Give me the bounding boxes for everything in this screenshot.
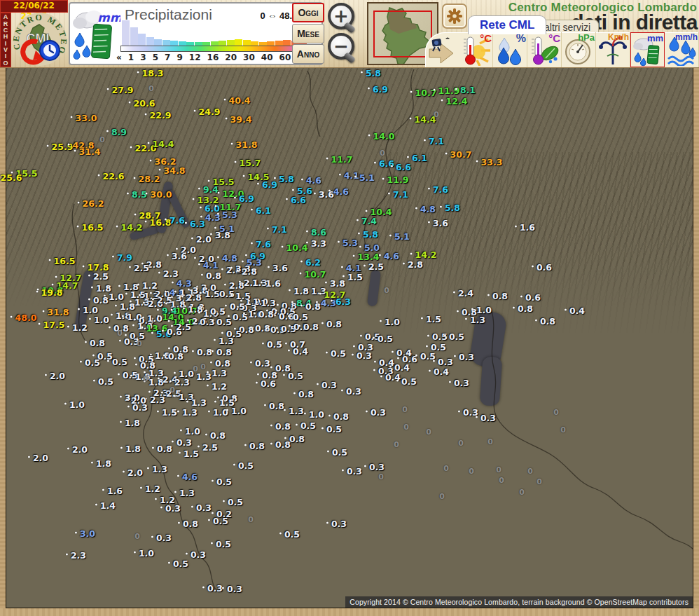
lake-iseo <box>367 269 381 306</box>
toolbar-precipitation[interactable]: mm <box>630 32 665 67</box>
histogram-bar <box>283 40 291 46</box>
header: 22/06/22 23:55 ARCHIVIO CENTRO METEO LOM… <box>0 0 699 68</box>
mountain-texture <box>6 68 693 306</box>
lake-lugano <box>129 225 159 240</box>
zoom-in-button[interactable]: + <box>328 3 353 28</box>
lake-garda-upper <box>469 310 508 369</box>
map-canvas[interactable]: Copyright 2014 © Centro Meteorologico Lo… <box>6 67 693 608</box>
region-borders <box>6 68 693 608</box>
scale-ticks: «1357912162030406080» <box>116 53 321 63</box>
frame-left <box>0 67 6 608</box>
scale-tick: 20 <box>225 53 237 63</box>
pressure-label: hPa <box>578 32 595 43</box>
histogram-bar <box>154 39 162 46</box>
frame-right <box>693 67 699 608</box>
button-oggi[interactable]: Oggi <box>292 3 324 22</box>
precipitation-label: mm <box>647 33 663 43</box>
histogram-bar <box>219 41 226 46</box>
button-anno[interactable]: Anno <box>292 44 324 64</box>
scale-tick: 12 <box>189 53 201 63</box>
svg-text:mm: mm <box>97 11 120 25</box>
color-scale <box>120 46 317 52</box>
histogram-bar <box>122 20 130 46</box>
lake-maggiore <box>74 269 95 331</box>
wind-label: Km/h <box>608 32 629 42</box>
histogram-bar <box>162 40 170 46</box>
frame-bottom <box>0 608 699 616</box>
toolbar-wind[interactable]: Km/h <box>596 32 630 67</box>
toolbar-webcam[interactable] <box>425 32 459 67</box>
scale-tick: 1 <box>128 53 134 63</box>
tab-rete-cml[interactable]: Rete CML <box>468 15 546 34</box>
rain-rate-label: mm/h <box>675 32 698 42</box>
toolbar-dew-point[interactable]: °C <box>527 32 562 67</box>
zoom-controls: + − <box>328 3 361 63</box>
histogram-bar <box>130 27 138 46</box>
scale-tick: « <box>116 53 122 63</box>
cml-logo[interactable]: CENTRO METEO LOMB CML <box>12 11 68 67</box>
map-copyright: Copyright 2014 © Centro Meteorologico Lo… <box>345 596 693 608</box>
mountain-texture-east <box>384 152 693 334</box>
zoom-out-button[interactable]: − <box>328 33 353 58</box>
toolbar-pressure[interactable]: hPa <box>562 32 596 67</box>
app: { "header": { "date": "22/06/22 23:55", … <box>0 0 699 616</box>
histogram-bar <box>146 37 154 46</box>
scale-tick: 7 <box>165 53 170 63</box>
measure-toolbar: °C % °C <box>425 32 699 67</box>
histogram <box>122 18 315 46</box>
scale-tick: 30 <box>243 53 255 63</box>
toolbar-temperature[interactable]: °C <box>459 32 493 67</box>
scale-tick: 60 <box>279 53 291 63</box>
toolbar-humidity[interactable]: % <box>493 32 527 67</box>
lake-como-west <box>156 181 173 233</box>
scale-tick: 40 <box>261 53 273 63</box>
dew-point-label: °C <box>548 32 560 44</box>
histogram-bar <box>243 40 251 46</box>
webcam-icon <box>427 35 457 66</box>
scale-tick: 16 <box>207 53 219 63</box>
lake-garda-lower <box>480 356 503 406</box>
histogram-bar <box>227 40 235 46</box>
toolbar-rain-rate[interactable]: mm/h <box>665 32 699 67</box>
histogram-bar <box>138 34 146 46</box>
scale-tick: 9 <box>177 53 182 63</box>
precipitation-panel: mm Precipitazioni 0 ⇔ 48.0 mm «135791216… <box>69 2 323 65</box>
scale-tick: 5 <box>153 53 158 63</box>
archive-button[interactable]: ARCHIVIO <box>0 13 11 67</box>
histogram-bar <box>235 39 242 46</box>
histogram-bar <box>275 41 283 46</box>
button-mese[interactable]: Mese <box>292 24 324 43</box>
histogram-bar <box>170 41 178 46</box>
cml-logo-graphic: CENTRO METEO LOMB CML <box>12 11 68 67</box>
rain-gauge-icon: mm <box>71 5 120 62</box>
period-buttons: Oggi Mese Anno <box>292 3 324 65</box>
scale-tick: 3 <box>140 53 146 63</box>
lake-como-east <box>166 189 191 229</box>
